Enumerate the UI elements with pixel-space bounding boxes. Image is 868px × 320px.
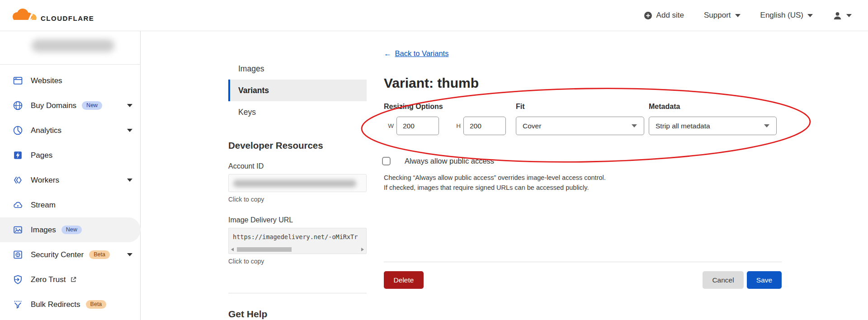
metadata-label: Metadata [649,103,777,111]
description-line-1: Checking “Always allow public access” ov… [384,173,606,183]
language-menu[interactable]: English (US) [760,11,813,20]
cancel-button[interactable]: Cancel [703,271,744,289]
fit-select[interactable]: Cover [516,117,644,135]
width-input[interactable] [396,117,439,135]
sidebar-item-label: Workers [31,176,59,185]
lightning-icon [12,150,23,161]
horizontal-scrollbar[interactable] [229,247,366,253]
fit-label: Fit [516,103,644,111]
get-help-title: Get Help [228,309,367,320]
chevron-down-icon[interactable] [127,253,132,256]
images-sub-column: Images Variants Keys Developer Resources… [228,31,367,320]
scroll-left-icon[interactable] [231,248,234,251]
developer-resources-title: Developer Resources [228,140,367,151]
sidebar-item-label: Buy Domains [31,101,76,110]
sidebar-item-buy-domains[interactable]: Buy Domains New [0,93,141,118]
top-bar-actions: Add site Support English (US) [644,11,852,20]
back-to-variants-link[interactable]: ← Back to Variants [384,49,448,58]
chevron-down-icon[interactable] [127,179,132,182]
images-sub-nav: Images Variants Keys [228,58,367,123]
subnav-item-label: Keys [238,108,256,117]
cloudflare-dashboard: CLOUDFLARE Add site Support English (US) [0,0,868,320]
account-id-label: Account ID [228,162,367,170]
chevron-down-icon[interactable] [127,104,132,107]
cloudflare-logo[interactable]: CLOUDFLARE [9,8,94,23]
account-menu[interactable] [833,11,852,20]
beta-badge: Beta [86,300,107,309]
resizing-options-group: Resizing Options W H [384,103,506,135]
subnav-item-images[interactable]: Images [228,58,367,80]
sidebar-item-images[interactable]: Images New [0,217,141,242]
height-label: H [454,122,461,129]
cloud-play-icon [12,200,23,211]
chevron-down-icon [735,14,741,17]
sidebar-item-security-center[interactable]: Security Center Beta [0,242,141,267]
add-site-label: Add site [656,11,684,20]
user-icon [833,11,842,20]
back-link-label: Back to Variants [395,49,449,58]
cloudflare-cloud-icon [9,8,38,23]
chevron-down-icon [632,124,637,127]
globe-icon [12,100,23,111]
sidebar-item-label: Stream [31,201,56,210]
chevron-down-icon [846,14,852,17]
metadata-select[interactable]: Strip all metadata [649,117,777,135]
image-icon [12,225,23,235]
brand-wordmark: CLOUDFLARE [41,14,94,23]
page-title: Variant: thumb [384,75,479,91]
public-access-label: Always allow public access [405,157,494,165]
beta-badge: Beta [89,250,110,259]
image-delivery-url-value: https://imagedelivery.net/-oMiRxTr [229,228,366,240]
chevron-down-icon [807,14,813,17]
sidebar-item-label: Pages [31,151,52,160]
public-access-row: Always allow public access [384,157,494,165]
description-line-2: If checked, images that require signed U… [384,183,606,193]
sidebar-item-websites[interactable]: Websites [0,68,141,93]
fit-selected-value: Cover [523,122,541,130]
resizing-options-label: Resizing Options [384,103,506,111]
account-id-copy-box[interactable] [228,174,367,192]
support-label: Support [704,11,731,20]
always-allow-public-access-checkbox[interactable] [382,157,391,165]
sidebar-item-zero-trust[interactable]: Zero Trust [0,267,141,292]
sidebar-nav: Websites Buy Domains New Analytics [0,68,141,317]
delete-button[interactable]: Delete [384,271,424,289]
scrollbar-thumb[interactable] [237,247,292,252]
language-label: English (US) [760,11,803,20]
sidebar-item-analytics[interactable]: Analytics [0,118,141,143]
footer-divider [384,262,782,262]
sidebar-item-stream[interactable]: Stream [0,193,141,217]
add-site-button[interactable]: Add site [644,11,684,20]
subnav-item-variants[interactable]: Variants [228,80,367,101]
sidebar-item-label: Bulk Redirects [31,300,80,309]
pie-chart-icon [12,125,23,136]
workers-brackets-icon [12,175,23,186]
fit-group: Fit Cover [516,103,644,135]
account-name-redacted[interactable] [32,39,114,52]
height-input[interactable] [463,117,506,135]
back-arrow-icon: ← [384,49,392,58]
sidebar-item-label: Images [31,226,56,235]
subnav-item-label: Variants [238,86,269,95]
sidebar-item-bulk-redirects[interactable]: Bulk Redirects Beta [0,292,141,317]
top-bar: CLOUDFLARE Add site Support English (US) [0,0,868,31]
sidebar-item-workers[interactable]: Workers [0,168,141,193]
support-menu[interactable]: Support [704,11,741,20]
save-button[interactable]: Save [747,271,782,289]
subnav-item-keys[interactable]: Keys [228,101,367,123]
sidebar-item-pages[interactable]: Pages [0,143,141,168]
browser-icon [12,75,23,86]
image-delivery-url-label: Image Delivery URL [228,216,367,224]
public-access-description: Checking “Always allow public access” ov… [384,173,606,193]
new-badge: New [61,226,82,235]
sidebar-item-label: Websites [31,76,62,85]
chevron-down-icon [764,124,769,127]
chevron-down-icon[interactable] [127,129,132,132]
metadata-selected-value: Strip all metadata [656,122,710,130]
image-delivery-url-box[interactable]: https://imagedelivery.net/-oMiRxTr [228,228,367,254]
scroll-right-icon[interactable] [361,248,364,251]
plus-circle-icon [644,11,652,20]
vault-icon [12,249,23,260]
funnel-icon [12,299,23,310]
shield-icon [12,274,23,285]
